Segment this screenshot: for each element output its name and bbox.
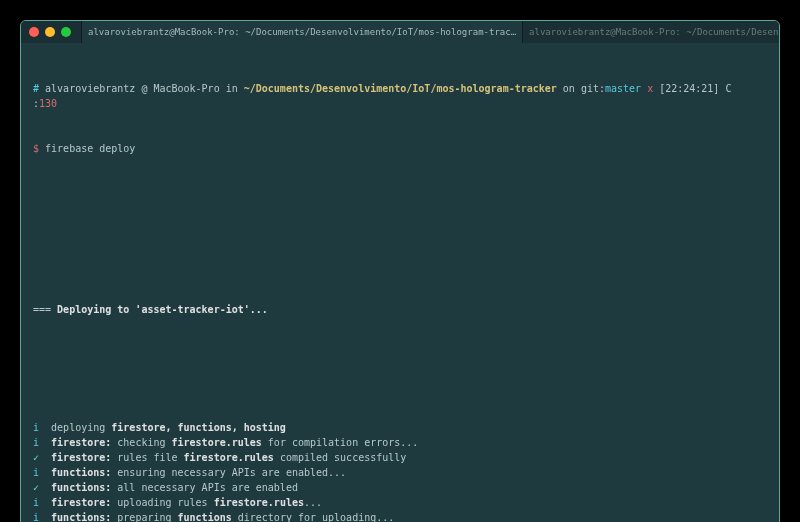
log-text: directory for uploading... xyxy=(232,512,395,522)
log-bold: firestore.rules xyxy=(184,452,274,463)
log-bold: firestore, functions, hosting xyxy=(111,422,286,433)
deploy-header: === Deploying to 'asset-tracker-iot'... xyxy=(33,302,767,317)
log-line: i firestore: checking firestore.rules fo… xyxy=(33,435,767,450)
prompt-on: on git: xyxy=(557,83,605,94)
window-controls xyxy=(29,27,71,37)
terminal-content[interactable]: # alvaroviebrantz @ MacBook-Pro in ~/Doc… xyxy=(21,43,779,522)
prompt-line: # alvaroviebrantz @ MacBook-Pro in ~/Doc… xyxy=(33,81,767,111)
titlebar: alvaroviebrantz@MacBook-Pro: ~/Documents… xyxy=(21,21,779,43)
log-text: preparing xyxy=(111,512,177,522)
command-line: $ firebase deploy xyxy=(33,141,767,156)
close-icon[interactable] xyxy=(29,27,39,37)
tab-2[interactable]: alvaroviebrantz@MacBook-Pro: ~/Documents… xyxy=(522,21,780,43)
prompt-flag: x xyxy=(641,83,659,94)
log-text: for compilation errors... xyxy=(262,437,419,448)
log-line: ✓ firestore: rules file firestore.rules … xyxy=(33,450,767,465)
log-label: functions: xyxy=(51,467,111,478)
log-line: i firestore: uploading rules firestore.r… xyxy=(33,495,767,510)
log-bold: firestore.rules xyxy=(172,437,262,448)
log-label: functions: xyxy=(51,512,111,522)
tabs: alvaroviebrantz@MacBook-Pro: ~/Documents… xyxy=(81,21,780,43)
log-line: ✓ functions: all necessary APIs are enab… xyxy=(33,480,767,495)
prompt-host: MacBook-Pro xyxy=(153,83,219,94)
prompt-dollar: $ xyxy=(33,143,45,154)
log-line: i functions: ensuring necessary APIs are… xyxy=(33,465,767,480)
command-text: firebase deploy xyxy=(45,143,135,154)
prompt-code: 130 xyxy=(39,98,57,109)
log-text: all necessary APIs are enabled xyxy=(111,482,298,493)
log-text: deploying xyxy=(51,422,111,433)
log-label: firestore: xyxy=(51,437,111,448)
prompt-branch: master xyxy=(605,83,641,94)
terminal-window: alvaroviebrantz@MacBook-Pro: ~/Documents… xyxy=(20,20,780,522)
prompt-path: ~/Documents/Desenvolvimento/IoT/mos-holo… xyxy=(244,83,557,94)
prompt-user: alvaroviebrantz xyxy=(45,83,135,94)
log-text: compiled successfully xyxy=(274,452,406,463)
log-label: functions: xyxy=(51,482,111,493)
log-text: ensuring necessary APIs are enabled... xyxy=(111,467,346,478)
log-bold: firestore.rules xyxy=(214,497,304,508)
prompt-hash: # xyxy=(33,83,45,94)
log-label: firestore: xyxy=(51,497,111,508)
log-line: i functions: preparing functions directo… xyxy=(33,510,767,522)
log-text: checking xyxy=(111,437,171,448)
log-text: rules file xyxy=(111,452,183,463)
log-text: ... xyxy=(304,497,322,508)
prompt-at: @ xyxy=(135,83,153,94)
minimize-icon[interactable] xyxy=(45,27,55,37)
log-line: i deploying firestore, functions, hostin… xyxy=(33,420,767,435)
prompt-time: [22:24:21] xyxy=(659,83,725,94)
log-label: firestore: xyxy=(51,452,111,463)
maximize-icon[interactable] xyxy=(61,27,71,37)
log-text: uploading rules xyxy=(111,497,213,508)
deploy-prefix: === xyxy=(33,304,57,315)
log-bold: functions xyxy=(178,512,232,522)
prompt-in: in xyxy=(220,83,244,94)
deploy-target: Deploying to 'asset-tracker-iot'... xyxy=(57,304,268,315)
tab-1[interactable]: alvaroviebrantz@MacBook-Pro: ~/Documents… xyxy=(81,21,522,43)
